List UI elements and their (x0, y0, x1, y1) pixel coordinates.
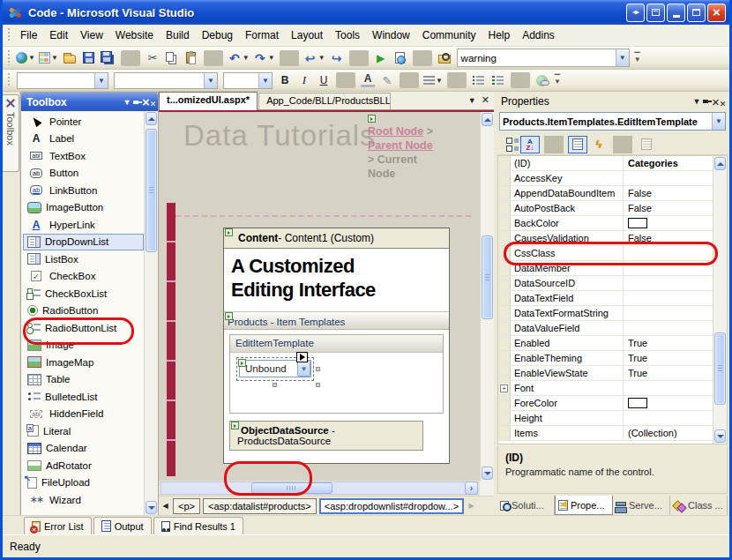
hyperlink-button[interactable]: ▼ (533, 71, 552, 90)
minimize-button[interactable] (667, 4, 685, 22)
pin-icon[interactable] (133, 98, 142, 107)
smart-tag-button[interactable] (296, 352, 308, 362)
scroll-down-icon[interactable] (146, 501, 157, 514)
property-row[interactable]: + CssClass (498, 246, 727, 261)
toolbox-item[interactable]: Literal (23, 422, 144, 440)
chevron-down-icon[interactable]: ▼ (258, 73, 272, 88)
property-pages-button[interactable] (637, 136, 656, 153)
toolbox-scrollbar[interactable] (144, 111, 158, 515)
tag-navigator-item[interactable]: <p> (173, 498, 200, 514)
font-size-combo[interactable]: ▼ (223, 72, 273, 89)
numbering-button[interactable]: ▼ (489, 71, 508, 90)
property-row[interactable]: + AutoPostBack False (498, 201, 727, 216)
scrollbar-thumb[interactable] (482, 235, 493, 319)
menu-item[interactable]: Build (160, 26, 196, 44)
toolbox-item[interactable]: ∗∗ Wizard (23, 491, 144, 509)
property-row[interactable]: + (ID) Categories (498, 156, 727, 171)
align-button[interactable]: ▼ (422, 71, 444, 90)
toolbox-item[interactable]: ImageMap (23, 354, 144, 371)
scroll-down-icon[interactable] (482, 467, 493, 480)
navigate-forward-button[interactable]: ▼ (327, 49, 347, 68)
toolbox-autohide-tab[interactable]: Toolbox (3, 94, 19, 172)
close-button[interactable] (707, 4, 726, 22)
toolbox-item[interactable]: Table (23, 371, 144, 389)
property-row[interactable]: + DataMember (498, 261, 727, 276)
expand-icon[interactable]: + (500, 385, 508, 392)
resize-handle[interactable] (273, 383, 277, 387)
color-swatch[interactable] (628, 398, 647, 408)
underline-button[interactable]: U▼ (314, 71, 333, 90)
window-float-button[interactable] (646, 4, 665, 22)
view-in-browser-button[interactable]: ▼ (391, 49, 410, 68)
menu-item[interactable]: Window (366, 26, 416, 44)
tag-navigator-item[interactable]: <asp:datalist#products> (203, 498, 317, 514)
toolbox-item[interactable]: A HyperLink (23, 216, 144, 234)
objectdatasource-control[interactable]: ObjectDataSource - ProductsDataSource (229, 421, 423, 451)
output-tab[interactable]: Error List (24, 517, 92, 534)
property-row[interactable]: + EnableTheming True (498, 351, 727, 366)
toolbox-item[interactable]: RadioButton (23, 302, 144, 320)
italic-button[interactable]: I▼ (295, 71, 314, 90)
highlight-button[interactable]: ▼ (377, 71, 397, 90)
property-value[interactable]: False (624, 203, 713, 213)
output-tab[interactable]: Output (93, 517, 152, 534)
scrollbar-thumb[interactable] (714, 332, 726, 405)
menu-item[interactable]: Tools (329, 26, 366, 44)
toolbox-item[interactable]: ✓ CheckBox (23, 268, 144, 286)
maximize-button[interactable] (687, 4, 706, 22)
property-value[interactable]: True (624, 353, 713, 363)
property-value[interactable]: True (624, 368, 713, 378)
close-document-icon[interactable]: ✕ (482, 94, 489, 106)
style-combo[interactable]: ▼ (17, 72, 108, 89)
scroll-up-icon[interactable] (146, 112, 157, 125)
toolbox-item[interactable]: CheckBoxList (23, 285, 144, 302)
property-value[interactable]: True (624, 338, 713, 348)
undo-button[interactable]: ▼ (226, 49, 251, 68)
property-value[interactable]: False (624, 233, 713, 243)
toolbox-item[interactable]: BulletedList (23, 388, 144, 406)
navigate-back-button[interactable]: ▼ (302, 49, 327, 68)
close-icon[interactable]: ✕ (712, 94, 724, 109)
toolbar-options-button[interactable]: ▔▼ (632, 49, 643, 67)
propertygrid-scrollbar[interactable] (713, 156, 727, 444)
scrollbar-thumb[interactable] (251, 482, 332, 494)
property-row[interactable]: + CausesValidation False (498, 231, 727, 246)
dropdownlist-control[interactable]: Unbound ▼ (236, 357, 314, 381)
bullets-button[interactable]: ▼ (469, 71, 489, 90)
output-tab[interactable]: Find Results 1 (153, 517, 243, 534)
property-row[interactable]: + Height (498, 411, 727, 426)
chevron-down-icon[interactable]: ▼ (94, 73, 108, 88)
window-switch-button[interactable] (626, 4, 645, 22)
menu-item[interactable]: Addins (516, 26, 561, 44)
pin-icon[interactable] (703, 97, 712, 106)
breadcrumb-node[interactable]: Root Node > (368, 125, 433, 138)
save-button[interactable]: ▼ (79, 49, 99, 68)
document-tab[interactable]: App_Code/BLL/ProductsBLL (258, 93, 391, 109)
toolbox-item[interactable]: ab Button (23, 165, 144, 183)
property-row[interactable]: + BackColor (498, 216, 727, 231)
redo-button[interactable]: ▼ (251, 49, 277, 68)
property-row[interactable]: + ForeColor (498, 396, 727, 411)
color-swatch[interactable] (628, 218, 647, 228)
design-vertical-scrollbar[interactable] (480, 112, 494, 481)
menu-item[interactable]: Layout (285, 26, 329, 44)
menu-item[interactable]: Edit (43, 26, 74, 44)
tagnav-left-icon[interactable]: ◀ (161, 502, 170, 510)
property-row[interactable]: + DataSourceID (498, 276, 727, 291)
scroll-right-icon[interactable]: › (465, 482, 478, 495)
menu-item[interactable]: Community (416, 26, 482, 44)
events-button[interactable] (589, 136, 609, 153)
window-position-menu-icon[interactable]: ▼ (691, 97, 703, 106)
toolbox-item[interactable]: ImageButton (23, 199, 144, 217)
document-tab[interactable]: t...omizedUI.aspx* (159, 92, 258, 110)
chevron-down-icon[interactable]: ▼ (616, 49, 629, 66)
tag-navigator-item[interactable]: <asp:dropdownlist#dropdow...> (319, 498, 464, 514)
menu-item[interactable]: View (74, 26, 109, 44)
property-row[interactable]: + DataValueField (498, 321, 727, 336)
toolbox-item[interactable]: ab LinkButton (23, 182, 144, 199)
find-combo[interactable]: warning ▼ (457, 49, 630, 67)
property-row[interactable]: + EnableViewState True (498, 366, 727, 381)
property-row[interactable]: + Enabled True (498, 336, 727, 351)
toolbox-item[interactable]: DropDownList (23, 234, 144, 251)
property-row[interactable]: + AppendDataBoundItem False (498, 186, 727, 201)
